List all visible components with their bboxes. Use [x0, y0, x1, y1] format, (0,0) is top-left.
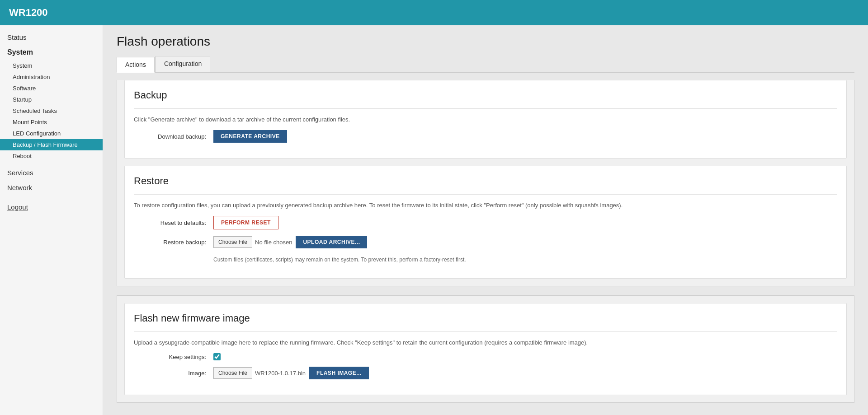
sidebar-item-led-config[interactable]: LED Configuration: [0, 128, 103, 139]
logout-link[interactable]: Logout: [0, 200, 103, 214]
restore-section: Restore To restore configuration files, …: [124, 166, 847, 279]
image-row: Image: Choose File WR1200-1.0.17.bin FLA…: [134, 367, 837, 379]
sidebar-item-status[interactable]: Status: [0, 30, 103, 45]
app-title: WR1200: [9, 7, 48, 19]
sidebar-item-backup-flash[interactable]: Backup / Flash Firmware: [0, 139, 103, 150]
tab-configuration[interactable]: Configuration: [156, 56, 210, 72]
perform-reset-button[interactable]: PERFORM RESET: [213, 216, 278, 229]
restore-backup-control: Choose File No file chosen UPLOAD ARCHIV…: [213, 236, 367, 248]
image-control: Choose File WR1200-1.0.17.bin FLASH IMAG…: [213, 367, 369, 379]
restore-backup-row: Restore backup: Choose File No file chos…: [134, 236, 837, 248]
reset-defaults-label: Reset to defaults:: [134, 219, 206, 226]
restore-choose-file-label[interactable]: Choose File: [213, 236, 252, 248]
reset-defaults-control: PERFORM RESET: [213, 216, 278, 229]
backup-section: Backup Click "Generate archive" to downl…: [124, 80, 847, 159]
generate-archive-button[interactable]: GENERATE ARCHIVE: [213, 130, 287, 143]
page-title: Flash operations: [117, 34, 854, 49]
restore-backup-label: Restore backup:: [134, 239, 206, 246]
sidebar-item-network[interactable]: Network: [0, 180, 103, 195]
flash-description: Upload a sysupgrade-compatible image her…: [134, 339, 837, 346]
image-file-name: WR1200-1.0.17.bin: [255, 370, 306, 377]
sidebar-item-services[interactable]: Services: [0, 165, 103, 180]
sidebar-item-software[interactable]: Software: [0, 83, 103, 94]
restore-title: Restore: [134, 175, 837, 187]
restore-file-name: No file chosen: [255, 239, 292, 246]
keep-settings-row: Keep settings:: [134, 353, 837, 360]
restore-description: To restore configuration files, you can …: [134, 202, 837, 209]
tab-bar: Actions Configuration: [117, 56, 854, 73]
tab-content-panel: Backup Click "Generate archive" to downl…: [117, 80, 854, 286]
sidebar-item-administration[interactable]: Administration: [0, 71, 103, 83]
keep-settings-checkbox[interactable]: [213, 353, 221, 360]
restore-hint: Custom files (certificates, scripts) may…: [213, 256, 466, 263]
flash-title: Flash new firmware image: [134, 312, 837, 324]
app-header: WR1200: [0, 0, 868, 25]
sidebar-section-system: System: [0, 45, 103, 60]
upload-archive-button[interactable]: UPLOAD ARCHIVE...: [296, 236, 367, 248]
image-file-wrapper: Choose File WR1200-1.0.17.bin: [213, 367, 306, 379]
restore-hint-row: Custom files (certificates, scripts) may…: [134, 255, 837, 263]
keep-settings-control: [213, 353, 221, 360]
sidebar: Status System System Administration Soft…: [0, 25, 103, 415]
restore-file-wrapper: Choose File No file chosen: [213, 236, 292, 248]
flash-image-button[interactable]: FLASH IMAGE...: [309, 367, 369, 379]
sidebar-item-scheduled-tasks[interactable]: Scheduled Tasks: [0, 105, 103, 117]
backup-description: Click "Generate archive" to download a t…: [134, 116, 837, 123]
reset-defaults-row: Reset to defaults: PERFORM RESET: [134, 216, 837, 229]
backup-title: Backup: [134, 89, 837, 101]
sidebar-item-reboot[interactable]: Reboot: [0, 150, 103, 162]
image-label: Image:: [134, 370, 206, 377]
image-choose-file-label[interactable]: Choose File: [213, 367, 252, 379]
download-backup-control: GENERATE ARCHIVE: [213, 130, 287, 143]
keep-settings-label: Keep settings:: [134, 354, 206, 360]
download-backup-label: Download backup:: [134, 133, 206, 140]
sidebar-item-mount-points[interactable]: Mount Points: [0, 117, 103, 128]
download-backup-row: Download backup: GENERATE ARCHIVE: [134, 130, 837, 143]
sidebar-item-system[interactable]: System: [0, 60, 103, 71]
flash-section: Flash new firmware image Upload a sysupg…: [124, 303, 847, 395]
flash-firmware-panel: Flash new firmware image Upload a sysupg…: [117, 295, 854, 403]
tab-actions[interactable]: Actions: [117, 57, 155, 73]
main-content: Flash operations Actions Configuration B…: [103, 25, 868, 415]
sidebar-item-startup[interactable]: Startup: [0, 94, 103, 105]
